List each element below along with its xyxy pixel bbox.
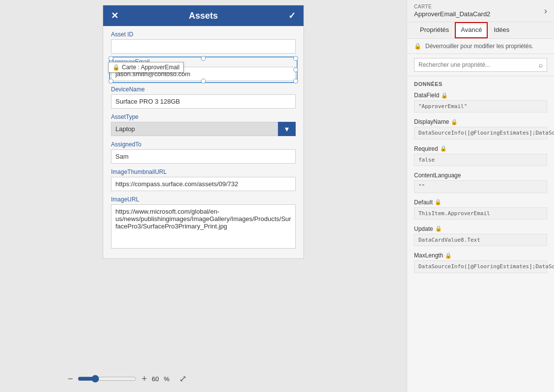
search-icon: ⌕ — [535, 58, 547, 71]
canvas-area: ✕ Assets ✓ 🔒 Carte : ApproverEmail Asset… — [0, 0, 407, 392]
field-label-image-url: ImageURL — [111, 196, 296, 203]
field-group-image-url: ImageURL https://www.microsoft.com/globa… — [111, 196, 296, 249]
check-icon[interactable]: ✓ — [288, 10, 296, 21]
tooltip-lock-icon: 🔒 — [112, 64, 120, 71]
field-input-asset-id[interactable] — [111, 39, 296, 54]
form-card: ✕ Assets ✓ 🔒 Carte : ApproverEmail Asset… — [103, 5, 304, 259]
tooltip-text: Carte : ApproverEmail — [122, 64, 179, 71]
handle-tc[interactable] — [201, 56, 206, 61]
expand-icon[interactable]: ⤢ — [179, 373, 187, 384]
field-group-asset-id: Asset ID — [111, 31, 296, 54]
prop-value-update: DataCardValue8.Text — [414, 234, 547, 246]
tab-proprietes[interactable]: Propriétés — [414, 22, 455, 38]
prop-name-default: Default 🔒 — [414, 199, 547, 206]
field-label-image-thumbnail: ImageThumbnailURL — [111, 168, 296, 175]
right-panel-chevron[interactable]: › — [544, 6, 547, 16]
field-label-assigned-to: AssignedTo — [111, 141, 296, 148]
section-title-donnees: DONNÉES — [407, 76, 554, 90]
prop-name-maxlength: MaxLength 🔒 — [414, 252, 547, 259]
prop-lock-default: 🔒 — [435, 199, 442, 205]
prop-value-content-language: "" — [414, 180, 547, 193]
prop-name-datafield: DataField 🔒 — [414, 92, 547, 99]
prop-value-displayname: DataSourceInfo([@FlooringEstimates];Data… — [414, 127, 547, 139]
prop-row-displayname: DisplayName 🔒 DataSourceInfo([@FlooringE… — [407, 116, 554, 143]
prop-value-required: false — [414, 154, 547, 166]
field-group-asset-type: AssetType ▾ — [111, 113, 296, 136]
field-input-asset-type[interactable] — [111, 122, 278, 136]
tab-avance[interactable]: Avancé — [455, 22, 488, 38]
zoom-bar: − + 60 % ⤢ — [0, 373, 254, 384]
prop-row-required: Required 🔒 false — [407, 143, 554, 170]
field-label-asset-type: AssetType — [111, 113, 296, 120]
prop-row-datafield: DataField 🔒 "ApproverEmail" — [407, 90, 554, 116]
prop-name-update: Update 🔒 — [414, 225, 547, 232]
field-input-image-thumbnail[interactable] — [111, 177, 296, 191]
field-group-image-thumbnail: ImageThumbnailURL — [111, 168, 296, 191]
prop-row-content-language: ContentLanguage "" — [407, 170, 554, 196]
field-label-device-name: DeviceName — [111, 86, 296, 93]
handle-br[interactable] — [293, 79, 298, 84]
prop-row-maxlength: MaxLength 🔒 DataSourceInfo([@FlooringEst… — [407, 250, 554, 277]
lock-bar-text: Déverrouiller pour modifier les propriét… — [425, 43, 533, 50]
right-panel: CARTE ApproverEmail_DataCard2 › Propriét… — [407, 0, 554, 392]
zoom-minus[interactable]: − — [68, 374, 73, 384]
search-prop-input[interactable] — [415, 59, 535, 71]
card-name: ApproverEmail_DataCard2 — [414, 10, 490, 18]
close-icon[interactable]: ✕ — [111, 10, 118, 21]
handle-tl[interactable] — [109, 56, 113, 61]
handle-tr[interactable] — [293, 56, 298, 61]
lock-bar: 🔒 Déverrouiller pour modifier les propri… — [407, 39, 554, 54]
field-label-asset-id: Asset ID — [111, 31, 296, 38]
prop-lock-required: 🔒 — [440, 145, 447, 152]
form-body: Asset ID ApproverEmail DeviceName — [103, 26, 304, 258]
prop-lock-maxlength: 🔒 — [445, 252, 452, 259]
props-panel: DONNÉES DataField 🔒 "ApproverEmail" Disp… — [407, 76, 554, 392]
search-prop-inner: ⌕ — [414, 58, 547, 72]
zoom-pct: % — [164, 375, 169, 383]
zoom-value: 60 — [152, 375, 159, 383]
form-card-header: ✕ Assets ✓ — [103, 5, 304, 26]
asset-type-dropdown-btn[interactable]: ▾ — [278, 122, 296, 136]
search-prop-container: ⌕ — [407, 54, 554, 76]
handle-bc[interactable] — [201, 79, 206, 84]
right-panel-header: CARTE ApproverEmail_DataCard2 › — [407, 0, 554, 22]
lock-icon: 🔒 — [414, 43, 421, 50]
prop-name-required: Required 🔒 — [414, 145, 547, 152]
carte-label: CARTE — [414, 4, 490, 9]
prop-row-update: Update 🔒 DataCardValue8.Text — [407, 224, 554, 250]
prop-lock-update: 🔒 — [435, 225, 442, 232]
prop-value-default: ThisItem.ApproverEmail — [414, 207, 547, 220]
tabs-row: Propriétés Avancé Idées — [407, 22, 554, 39]
handle-mr[interactable] — [293, 67, 298, 72]
tab-idees[interactable]: Idées — [488, 22, 515, 38]
zoom-plus[interactable]: + — [141, 374, 147, 384]
prop-lock-displayname: 🔒 — [451, 119, 458, 125]
asset-type-select-wrapper: ▾ — [111, 122, 296, 136]
field-input-image-url[interactable]: https://www.microsoft.com/global/en-us/n… — [111, 204, 296, 249]
prop-name-displayname: DisplayName 🔒 — [414, 118, 547, 125]
field-group-device-name: DeviceName — [111, 86, 296, 109]
field-input-assigned-to[interactable] — [111, 149, 296, 164]
prop-lock-datafield: 🔒 — [441, 92, 448, 99]
tooltip-badge: 🔒 Carte : ApproverEmail — [108, 62, 184, 73]
handle-bl[interactable] — [109, 79, 113, 84]
prop-value-datafield: "ApproverEmail" — [414, 100, 547, 112]
prop-name-content-language: ContentLanguage — [414, 172, 547, 179]
field-input-device-name[interactable] — [111, 94, 296, 109]
prop-value-maxlength: DataSourceInfo([@FlooringEstimates];Data… — [414, 260, 547, 273]
field-group-assigned-to: AssignedTo — [111, 141, 296, 164]
prop-row-default: Default 🔒 ThisItem.ApproverEmail — [407, 197, 554, 224]
form-title: Assets — [189, 11, 218, 21]
zoom-slider[interactable] — [78, 375, 137, 383]
